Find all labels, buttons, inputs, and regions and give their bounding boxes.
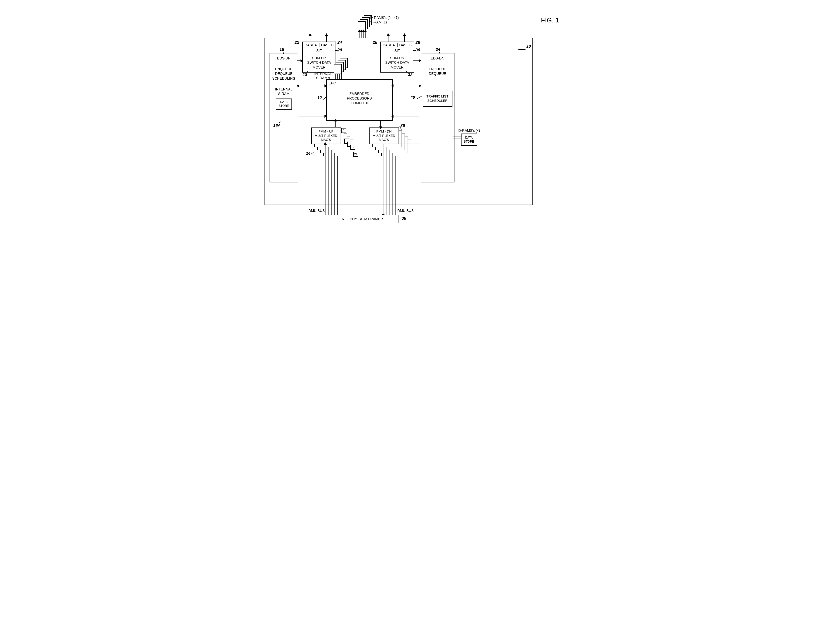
- eds-up: EDS-UP ENQUEUE DEQUEUE SCHEDULING INTERN…: [270, 53, 298, 182]
- figure-title: FIG. 1: [541, 16, 559, 24]
- right-dram-label: D-RAMS's (4): [458, 129, 480, 132]
- epc-tag: EPC: [327, 80, 338, 86]
- dasl-b-right: DASL B: [398, 43, 414, 48]
- sdm-dn-title: SDM-DN: [390, 56, 404, 60]
- ref-28: 28: [416, 40, 420, 45]
- ref-16a: 16A: [273, 123, 280, 128]
- arrow-edsup-sdmup: [297, 60, 301, 61]
- ref-34: 34: [436, 48, 440, 52]
- ref-10: 10: [527, 44, 531, 49]
- ref-26: 26: [373, 40, 377, 45]
- ref-16: 16: [280, 48, 284, 52]
- arrow-edsup-epc-bot: [297, 116, 325, 117]
- sdm-up: SDM-UP SWITCH DATA MOVER: [302, 53, 336, 72]
- eds-up-sub: ENQUEUE DEQUEUE SCHEDULING: [272, 67, 296, 81]
- dasl-a-left: DASL A: [303, 43, 319, 48]
- arrow-epc-edsup-top: [299, 86, 325, 86]
- arrow-sdmdn-edsdn: [413, 60, 420, 61]
- top-dram-label: D-RAMS's (2 to 7): [370, 15, 399, 20]
- pmm-dn-title: PMM - DN: [376, 129, 392, 134]
- arrow-epc-edsdn-top: [393, 86, 420, 86]
- ref-24: 24: [338, 40, 342, 45]
- epc-title: EMBEDDED PROCESSORS COMPLEX: [347, 92, 372, 105]
- sdm-up-title: SDM-UP: [312, 56, 326, 60]
- arrow-edsdn-epc-bot: [393, 116, 420, 117]
- epc-box: EPC EMBEDDED PROCESSORS COMPLEX: [326, 79, 393, 121]
- top-sram-label: S-RAM (1): [370, 20, 387, 24]
- sdm-dn: SDM-DN SWITCH DATA MOVER: [380, 53, 414, 72]
- eds-dn-title: EDS-DN: [431, 56, 444, 60]
- dasl-a-right: DASL A: [381, 43, 398, 48]
- eds-up-title: EDS-UP: [277, 56, 291, 60]
- eds-dn: EDS-DN ENQUEUE DEQUEUE: [421, 53, 455, 182]
- ref-18: 18: [303, 72, 307, 77]
- ref-30: 30: [416, 48, 420, 52]
- ref-32: 32: [408, 72, 413, 77]
- dmu-bus-right: DMU BUS: [398, 209, 414, 213]
- pmm-d: D: [350, 145, 355, 150]
- eds-up-store-label: DATA STORE: [279, 100, 289, 108]
- eds-dn-sub: ENQUEUE DEQUEUE: [429, 67, 446, 76]
- ref-12: 12: [317, 96, 322, 100]
- eds-up-sram: INTERNAL S-RAM: [275, 87, 293, 96]
- pmm-up-title: PMM - UP: [319, 129, 334, 134]
- traffic-label: TRAFFIC MGT SCHEDULER: [426, 95, 449, 103]
- traffic-scheduler: TRAFFIC MGT SCHEDULER: [423, 91, 452, 107]
- pmm-up-sub: MULTIPLEXED MAC'S: [315, 134, 337, 143]
- dasl-b-left: DASL B: [319, 43, 335, 48]
- sdm-dn-sub: SWITCH DATA MOVER: [385, 60, 409, 69]
- pmm-w: W: [353, 152, 358, 157]
- pmm-a: A: [341, 128, 346, 133]
- ref-40: 40: [410, 95, 415, 100]
- eds-up-datastore: DATA STORE: [276, 98, 292, 110]
- dmu-bus-left: DMU BUS: [309, 209, 325, 213]
- ref-22: 22: [295, 40, 299, 45]
- ref-38: 38: [402, 216, 406, 221]
- pmm-dn-sub: MULTIPLEXED MAC'S: [372, 134, 395, 143]
- internal-srams-label: INTERNAL S-RAM's: [314, 72, 332, 80]
- right-datastore: DATA STORE: [461, 133, 477, 146]
- ref-36: 36: [401, 123, 405, 128]
- enet-framer: ENET PHY - ATM FRAMER: [324, 215, 399, 223]
- ref-14: 14: [306, 151, 311, 156]
- right-store-label: DATA STORE: [464, 136, 474, 144]
- sdm-up-sub: SWITCH DATA MOVER: [307, 60, 331, 69]
- ref-20: 20: [338, 48, 342, 52]
